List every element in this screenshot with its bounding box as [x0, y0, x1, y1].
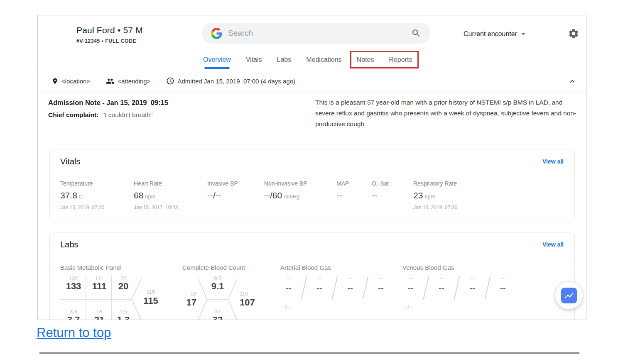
tab-medications[interactable]: Medications — [306, 54, 341, 65]
slash-divider — [485, 276, 491, 300]
return-to-top-link[interactable]: Return to top — [37, 325, 111, 340]
bmp-glucose-prev: 115 — [139, 289, 162, 295]
bmp-bun-value: 20 — [111, 281, 136, 292]
cbc-wbc-prev: 18 — [182, 291, 196, 297]
vitals-view-all-link[interactable]: View all — [542, 158, 564, 165]
tab-overview[interactable]: Overview — [203, 54, 231, 65]
cbc-plt-value: 107 — [240, 297, 265, 308]
vital-non-invasive-bp: Non-invasive BP --/60mmHg — [264, 180, 336, 210]
patient-name: Paul Ford • 57 M — [76, 25, 143, 35]
bmp-glucose-value: 115 — [139, 296, 162, 306]
vbg-slot: -- -- — [402, 274, 419, 293]
cbc-hct-value: 32 — [205, 315, 230, 320]
abg-panel-label: Arterial Blood Gas — [280, 264, 331, 271]
vitals-card-title: Vitals — [60, 157, 81, 166]
bmp-potassium-prev: 3.6 — [61, 308, 86, 315]
tab-notes[interactable]: Notes — [357, 54, 374, 65]
chart-fab-icon — [564, 290, 574, 301]
vital-heart-rate: Heart Rate 68bpm Jan 15, 2017 10:23 — [134, 180, 207, 210]
google-g-icon — [211, 28, 222, 39]
note-divider — [38, 138, 586, 138]
vital-invasive-bp: Invasive BP --/-- — [207, 180, 264, 210]
vital-map: MAP -- — [336, 180, 372, 210]
cbc-hct-prev: 32 — [205, 308, 230, 315]
bottom-divider — [39, 352, 579, 354]
vital-o2-sat: O₂ Sat -- — [372, 180, 413, 210]
search-input[interactable] — [228, 29, 405, 38]
bmp-fishbone: 132 133 111 111 22 20 115 115 3.6 3.7 18… — [60, 274, 168, 320]
encounter-selector-label: Current encounter — [464, 30, 517, 38]
labs-card: Labs View all Basic Metabolic Panel Comp… — [49, 232, 575, 320]
bmp-creatinine-value: 1.3 — [111, 315, 136, 320]
attending-people-icon — [106, 77, 115, 86]
bmp-sodium-value: 133 — [61, 281, 86, 292]
slash-divider — [301, 276, 307, 300]
admitted-item: Admitted Jan 15, 2019 07:00 (4 days ago) — [166, 77, 295, 85]
abg-slot: -- -- — [342, 274, 358, 293]
cbc-hgb-prev: 9.5 — [205, 275, 230, 281]
labs-view-all-link[interactable]: View all — [542, 241, 564, 248]
bmp-sodium-prev: 132 — [61, 275, 86, 281]
patient-id-code: #V-12345 • FULL CODE — [76, 38, 143, 44]
settings-button[interactable] — [568, 28, 579, 39]
vital-respiratory-rate: Respiratory Rate 23bpm Jan 15, 2019 07:3… — [413, 180, 574, 210]
location-text: <location> — [61, 78, 90, 85]
bmp-co2-value: 21 — [87, 315, 112, 320]
abg-slot: -- -- — [280, 274, 297, 293]
vitals-grid: Temperature 37.8C Jan 15, 2019 07:30 Hea… — [50, 174, 574, 210]
labs-card-title: Labs — [60, 240, 78, 249]
admission-note-title: Admission Note - Jan 15, 2019 09:15 — [48, 99, 168, 107]
location-pin-icon — [52, 78, 59, 85]
bmp-creatinine-prev: 1.5 — [111, 308, 136, 315]
vbg-footer-value: --/-- — [403, 304, 413, 311]
cbc-plt-prev: 110 — [240, 291, 265, 297]
search-icon[interactable] — [411, 28, 421, 38]
location-item: <location> — [52, 78, 90, 85]
trends-fab-button[interactable] — [555, 282, 583, 309]
cbc-panel-label: Complete Blood Count — [182, 264, 245, 271]
vbg-panel-label: Venous Blood Gas — [402, 264, 454, 271]
abg-footer-value: --/-- — [281, 304, 291, 311]
section-tabs: Overview Vitals Labs Medications Notes R… — [203, 53, 412, 67]
slash-divider — [363, 276, 369, 300]
collapse-button[interactable] — [568, 77, 577, 86]
admission-note-section: Admission Note - Jan 15, 2019 09:15 Chie… — [38, 93, 586, 138]
cbc-fishbone: 9.5 9.1 18 17 110 107 32 32 — [182, 274, 278, 320]
bmp-panel-label: Basic Metabolic Panel — [60, 264, 122, 271]
bmp-chloride-value: 111 — [87, 281, 112, 292]
search-bar[interactable] — [202, 23, 430, 44]
slash-divider — [454, 276, 460, 300]
slash-divider — [332, 276, 338, 300]
cbc-hgb-value: 9.1 — [205, 281, 230, 292]
bmp-co2-prev: 18 — [87, 308, 112, 315]
slash-divider — [423, 276, 429, 300]
bmp-potassium-value: 3.7 — [61, 315, 86, 320]
attending-item: <attending> — [106, 77, 150, 86]
vbg-slot: -- -- — [433, 274, 450, 293]
chief-complaint-value: "I couldn't breath" — [103, 111, 153, 118]
tab-labs[interactable]: Labs — [277, 54, 292, 65]
vbg-slot: -- -- — [495, 274, 511, 293]
vbg-slot: -- -- — [464, 274, 481, 293]
encounter-info-bar: <location> <attending> Admitted Jan 15, … — [38, 69, 586, 93]
attending-text: <attending> — [118, 78, 150, 85]
abg-panel: -- -- -- -- -- -- -- — [280, 274, 392, 320]
vitals-card: Vitals View all Temperature 37.8C Jan 15… — [49, 149, 575, 220]
bmp-bun-prev: 22 — [111, 275, 136, 281]
vbg-panel: -- -- -- -- -- -- -- — [402, 274, 515, 320]
abg-slot: -- -- — [373, 274, 389, 293]
encounter-selector[interactable]: Current encounter — [464, 29, 528, 39]
clock-icon — [166, 77, 174, 85]
trends-fab-inner — [561, 288, 577, 303]
chief-complaint-label: Chief complaint: — [48, 111, 98, 118]
gear-icon — [568, 28, 579, 39]
admitted-text: Admitted Jan 15, 2019 07:00 (4 days ago) — [177, 78, 295, 85]
admission-note-summary: This is a pleasant 57 year-old man with … — [315, 97, 578, 129]
vital-temperature: Temperature 37.8C Jan 15, 2019 07:30 — [60, 180, 134, 210]
tab-vitals[interactable]: Vitals — [246, 54, 262, 65]
abg-slot: -- -- — [311, 274, 328, 293]
tab-reports[interactable]: Reports — [389, 54, 412, 65]
patient-chart-window: Paul Ford • 57 M #V-12345 • FULL CODE Cu… — [37, 15, 586, 320]
cbc-wbc-value: 17 — [182, 297, 196, 308]
dropdown-arrow-icon — [519, 29, 528, 39]
